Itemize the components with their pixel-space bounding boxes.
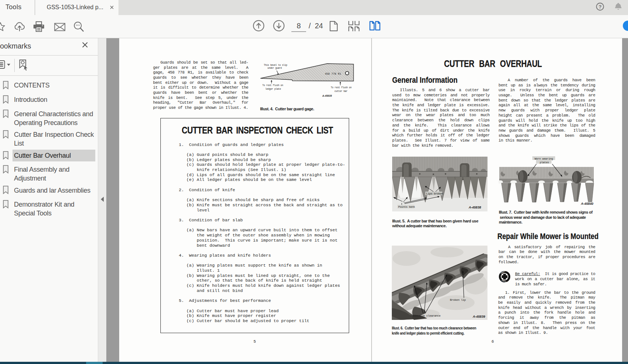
svg-text:plates: plates (540, 161, 549, 164)
svg-text:To rest flush on: To rest flush on (331, 86, 352, 89)
svg-text:Lips broken: Lips broken (426, 192, 443, 195)
svg-text:ledger plate: ledger plate (265, 88, 281, 90)
svg-text:under guard: under guard (267, 67, 282, 69)
svg-text:A-45835: A-45835 (322, 94, 332, 97)
svg-text:458 778 R1: 458 778 R1 (325, 72, 341, 75)
svg-text:?: ? (599, 4, 602, 10)
svg-text:Excessive clearance: Excessive clearance (411, 314, 441, 317)
svg-text:A-45838: A-45838 (468, 206, 481, 209)
svg-text:Points bent: Points bent (398, 206, 415, 208)
svg-text:Broken lip: Broken lip (450, 299, 466, 301)
svg-text:A-45839: A-45839 (472, 315, 485, 318)
svg-text:To rest flush on: To rest flush on (262, 84, 283, 87)
svg-text:cutter bar: cutter bar (334, 90, 348, 93)
svg-text:A-45840: A-45840 (581, 202, 593, 206)
svg-text:This bevel to slip: This bevel to slip (264, 64, 287, 67)
svg-text:Worn wearing: Worn wearing (535, 157, 553, 160)
